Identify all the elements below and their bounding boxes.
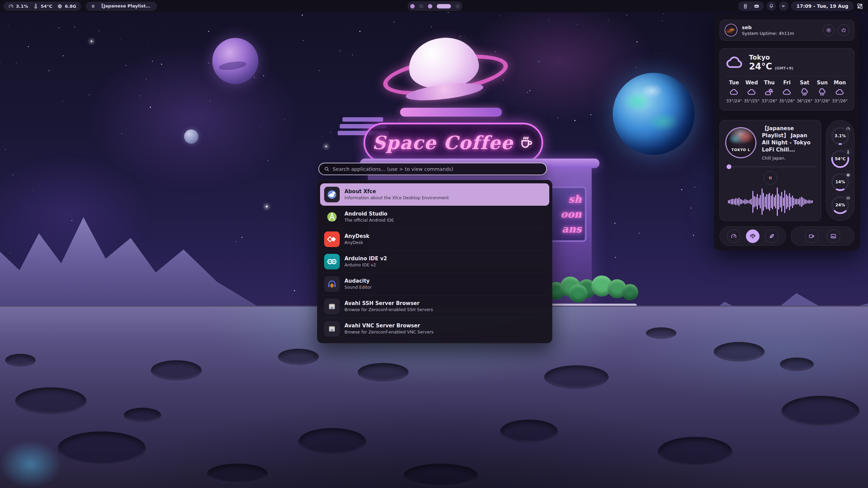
forecast-wed: Wed35°/25°	[743, 80, 761, 103]
speedometer-icon	[8, 3, 14, 9]
cloud-icon	[725, 53, 744, 72]
album-caption: TOKYO L	[726, 148, 755, 152]
chip-icon	[844, 171, 852, 179]
system-stats-pill: 3.1% 54°C 6.8G	[3, 2, 81, 11]
phone-icon[interactable]	[743, 3, 748, 9]
album-art: TOKYO L	[725, 127, 756, 158]
cloud-weather-icon	[747, 87, 756, 97]
user-name: seb	[742, 25, 794, 30]
app-item-avahi-ssh-server-browser[interactable]: Avahi SSH Server BrowserBrowse for Zeroc…	[320, 295, 549, 318]
thermometer-icon	[844, 148, 852, 156]
leaf-icon	[768, 233, 775, 240]
imgframe-quick-button[interactable]	[827, 229, 840, 243]
quick-settings-group	[719, 226, 786, 246]
overview-button[interactable]	[856, 2, 865, 11]
arduino-app-icon	[324, 254, 340, 269]
forecast-mon: Mon33°/26°	[831, 80, 849, 103]
tray-pill[interactable]	[738, 1, 764, 11]
workspace-switcher[interactable]	[408, 1, 462, 11]
forecast-day: Tue	[729, 80, 739, 86]
app-item-about-xfce[interactable]: About XfceInformation about the Xfce Des…	[320, 183, 549, 206]
divider	[725, 76, 849, 76]
forecast-tue: Tue33°/24°	[725, 80, 743, 103]
cloud-weather-icon	[729, 87, 739, 97]
forecast-temps: 33°/26°	[762, 99, 777, 103]
media-player-card: TOKYO L 【Japanese Playlist】 Japan All Ni…	[719, 120, 821, 221]
app-description: Browse for Zeroconf-enabled VNC Servers	[344, 329, 433, 335]
imgframe-icon	[830, 233, 837, 240]
gauge-speedometer: 3.1%	[830, 126, 850, 146]
forecast-temps: 33°/26°	[814, 99, 830, 103]
app-item-arduino-ide-v2[interactable]: Arduino IDE v2Arduino IDE v2	[320, 250, 549, 273]
app-title: AnyDesk	[344, 233, 370, 240]
memory-stat: 6.8G	[57, 3, 76, 9]
app-description: Sound Editor	[344, 285, 372, 290]
app-title: Audacity	[344, 278, 372, 285]
image-icon[interactable]	[754, 3, 760, 9]
workspace-dot-occupied[interactable]	[428, 4, 432, 8]
xfce-app-icon	[324, 187, 340, 202]
volume-button[interactable]	[779, 1, 788, 11]
app-description: The official Android IDE	[344, 218, 394, 223]
power-button[interactable]	[838, 24, 849, 36]
rain-weather-icon	[800, 87, 809, 97]
pause-icon	[768, 175, 773, 181]
forecast-temps: 33°/24°	[726, 99, 742, 103]
android-app-icon	[324, 209, 340, 225]
forecast-sun: Sun33°/26°	[813, 80, 831, 103]
search-bar[interactable]	[318, 163, 547, 175]
forecast-day: Wed	[746, 80, 758, 86]
app-item-anydesk[interactable]: AnyDeskAnyDesk	[320, 228, 549, 250]
clock[interactable]: 17:09 - Tue, 19 Aug	[791, 1, 854, 11]
forecast-temps: 35°/25°	[744, 99, 760, 103]
seek-knob[interactable]	[727, 164, 731, 169]
thermometer-icon	[33, 3, 39, 9]
system-gauges: 3.1%54°C14%24%	[826, 120, 854, 221]
app-item-android-studio[interactable]: Android StudioThe official Android IDE	[320, 206, 549, 228]
forecast-thu: Thu33°/26°	[761, 80, 778, 103]
workspace-dot-active[interactable]	[437, 4, 451, 8]
now-playing-pill[interactable]: 【Japanese Playlist】 J...	[86, 2, 157, 11]
weather-city: Tokyo	[749, 54, 793, 61]
audio-visualizer	[725, 187, 815, 216]
forecast-day: Thu	[764, 80, 775, 86]
grid-icon	[856, 3, 863, 9]
play-pause-button[interactable]	[764, 171, 777, 185]
app-item-avahi-vnc-server-browser[interactable]: Avahi VNC Server BrowserBrowse for Zeroc…	[320, 318, 549, 340]
notifications-button[interactable]	[767, 1, 776, 11]
forecast-temps: 36°/26°	[797, 99, 813, 103]
cloud-weather-icon	[835, 87, 845, 97]
workspace-dot-occupied[interactable]	[410, 4, 415, 8]
video-icon	[808, 233, 815, 240]
leaf-quick-button[interactable]	[765, 229, 778, 243]
speedometer-quick-button[interactable]	[727, 229, 741, 243]
power-icon	[841, 27, 847, 33]
capture-group	[791, 226, 854, 246]
control-panel: seb System Uptime: 4h11m Tokyo 24°C (GMT…	[714, 14, 860, 250]
app-title: Avahi VNC Server Browser	[344, 323, 433, 329]
weather-forecast: Tue33°/24°Wed35°/25°Thu33°/26°Fri35°/26°…	[725, 80, 849, 103]
top-bar: 3.1% 54°C 6.8G 【Japanese Playlist】 J...	[0, 0, 868, 12]
network-app-icon	[324, 299, 340, 314]
partly-weather-icon	[765, 87, 774, 97]
now-playing-label: 【Japanese Playlist】 J...	[99, 3, 152, 9]
user-card: seb System Uptime: 4h11m	[719, 20, 854, 41]
workspace-dot-empty[interactable]	[455, 4, 460, 8]
bell-icon	[769, 3, 774, 9]
search-input[interactable]	[333, 166, 541, 172]
forecast-day: Sat	[800, 80, 809, 86]
scales-quick-button[interactable]	[746, 229, 760, 243]
audacity-app-icon	[324, 276, 340, 292]
seek-bar[interactable]	[725, 165, 815, 168]
disk-icon	[844, 194, 852, 202]
app-title: Android Studio	[344, 211, 394, 218]
track-artist: Chill Japan.	[762, 156, 815, 161]
weather-card: Tokyo 24°C (GMT+9) Tue33°/24°Wed35°/25°T…	[719, 48, 854, 110]
video-quick-button[interactable]	[805, 229, 818, 243]
workspace-dot-empty[interactable]	[419, 4, 423, 8]
settings-button[interactable]	[823, 24, 834, 36]
speedometer-icon	[730, 233, 737, 240]
gauge-chip: 14%	[830, 172, 850, 192]
app-item-audacity[interactable]: AudacitySound Editor	[320, 273, 549, 295]
app-title: Avahi SSH Server Browser	[344, 300, 433, 307]
